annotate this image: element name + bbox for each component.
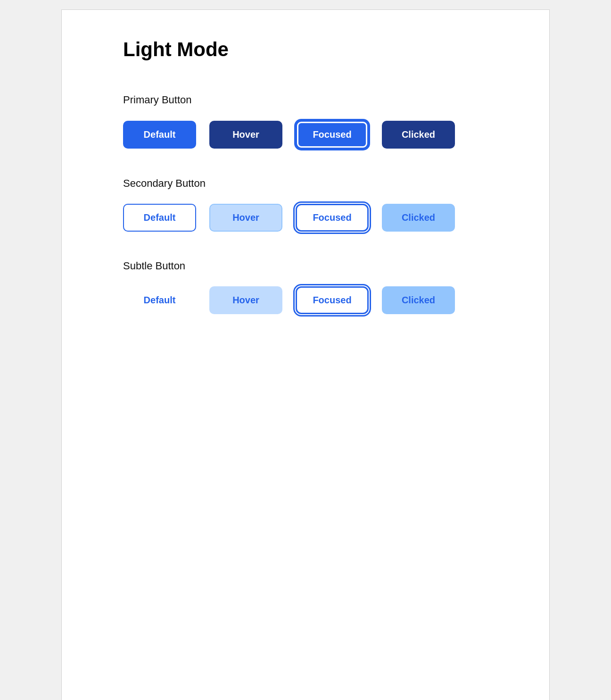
secondary-button-section: Secondary Button Default Hover Focused C…	[123, 177, 488, 232]
subtle-section-label: Subtle Button	[123, 260, 488, 272]
primary-clicked-button[interactable]: Clicked	[382, 121, 455, 149]
subtle-focused-button[interactable]: Focused	[296, 286, 369, 314]
secondary-section-label: Secondary Button	[123, 177, 488, 190]
subtle-clicked-button[interactable]: Clicked	[382, 286, 455, 314]
subtle-button-row: Default Hover Focused Clicked	[123, 286, 488, 314]
secondary-clicked-button[interactable]: Clicked	[382, 204, 455, 232]
secondary-default-button[interactable]: Default	[123, 204, 196, 232]
primary-section-label: Primary Button	[123, 94, 488, 106]
primary-hover-button[interactable]: Hover	[209, 121, 282, 149]
secondary-focused-button[interactable]: Focused	[296, 204, 369, 232]
primary-button-row: Default Hover Focused Clicked	[123, 120, 488, 149]
page-container: Light Mode Primary Button Default Hover …	[61, 9, 550, 700]
primary-button-section: Primary Button Default Hover Focused Cli…	[123, 94, 488, 149]
secondary-button-row: Default Hover Focused Clicked	[123, 204, 488, 232]
primary-default-button[interactable]: Default	[123, 121, 196, 149]
subtle-hover-button[interactable]: Hover	[209, 286, 282, 314]
subtle-default-button[interactable]: Default	[123, 286, 196, 314]
subtle-button-section: Subtle Button Default Hover Focused Clic…	[123, 260, 488, 314]
secondary-hover-button[interactable]: Hover	[209, 204, 282, 232]
page-title: Light Mode	[123, 38, 488, 61]
primary-focused-button[interactable]: Focused	[296, 120, 369, 149]
